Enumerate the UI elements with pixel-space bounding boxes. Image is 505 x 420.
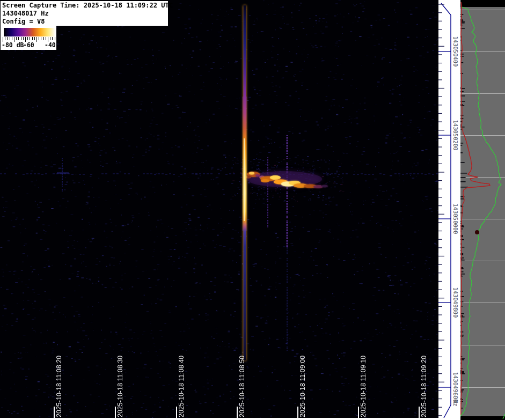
time-axis-label-1: 2025-10-18 11:08:30 bbox=[116, 356, 124, 417]
freq-axis-label-0: 143050400 bbox=[452, 36, 459, 67]
bottom-frame-line bbox=[0, 418, 460, 420]
config-text: Config = V8 bbox=[2, 18, 168, 26]
time-axis-label-2: 2025-10-18 11:08:40 bbox=[178, 356, 185, 417]
freq-axis-label-4: 143049600 bbox=[452, 372, 459, 403]
time-tick-6 bbox=[419, 407, 420, 418]
capture-info-box: Screen Capture Time: 2025-10-18 11:09:22… bbox=[1, 1, 168, 26]
time-tick-3 bbox=[237, 407, 238, 418]
time-axis-label-0: 2025-10-18 11:08:20 bbox=[55, 356, 63, 417]
color-scale-legend: -80 dB -60 -40 bbox=[1, 26, 56, 50]
freq-axis-unit-label: Hz bbox=[452, 400, 459, 407]
freq-axis-label-1: 143050200 bbox=[452, 120, 459, 151]
time-axis-label-3: 2025-10-18 11:08:50 bbox=[238, 356, 246, 417]
time-axis-label-6: 2025-10-18 11:09:20 bbox=[420, 356, 428, 417]
waterfall-spectrogram bbox=[0, 0, 440, 420]
freq-axis-label-2: 143050000 bbox=[452, 204, 459, 234]
capture-time-text: Screen Capture Time: 2025-10-18 11:09:22… bbox=[2, 2, 168, 10]
freq-axis-label-3: 143049800 bbox=[452, 288, 459, 318]
time-tick-2 bbox=[176, 407, 177, 418]
frequency-scale: 1430504001430502001430500001430498001430… bbox=[438, 0, 460, 420]
time-axis-label-5: 2025-10-18 11:09:10 bbox=[360, 356, 367, 417]
time-tick-4 bbox=[297, 407, 298, 418]
time-axis-label-4: 2025-10-18 11:09:00 bbox=[299, 356, 306, 417]
time-tick-5 bbox=[358, 407, 359, 418]
spectrum-capture-window: Screen Capture Time: 2025-10-18 11:09:22… bbox=[0, 0, 505, 420]
time-tick-1 bbox=[115, 407, 116, 418]
center-frequency-text: 143048017 Hz bbox=[2, 10, 168, 18]
color-scale-gradient-bar bbox=[4, 28, 55, 36]
color-scale-labels: -80 dB -60 -40 bbox=[1, 41, 56, 49]
spectrum-graph-panel bbox=[460, 0, 505, 420]
time-tick-0 bbox=[54, 407, 55, 418]
db-label-minus40: -40 bbox=[45, 41, 56, 49]
db-label-minus80: -80 dB bbox=[2, 41, 24, 49]
db-label-minus60: -60 bbox=[23, 41, 34, 49]
